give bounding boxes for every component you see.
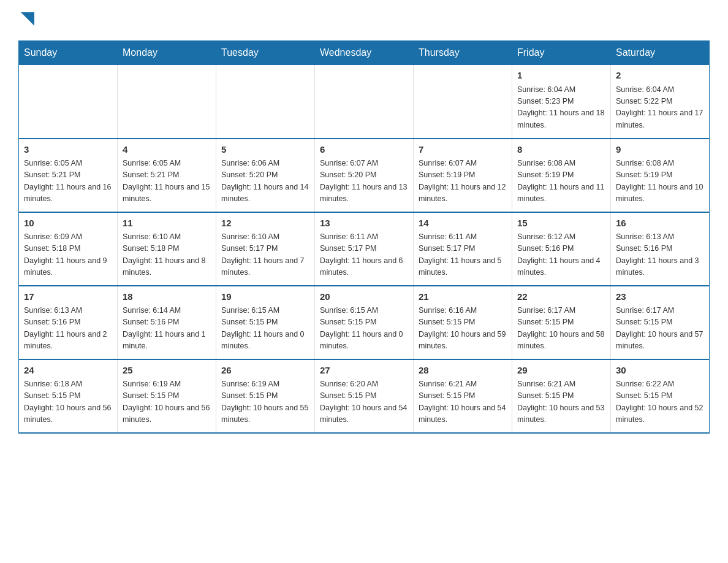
day-number: 21 bbox=[419, 290, 507, 304]
day-info: Sunrise: 6:22 AM Sunset: 5:15 PM Dayligh… bbox=[616, 378, 704, 426]
day-number: 5 bbox=[221, 143, 309, 157]
day-number: 1 bbox=[517, 69, 605, 83]
logo-triangle-icon bbox=[21, 12, 34, 26]
day-number: 4 bbox=[123, 143, 211, 157]
calendar-week-5: 24Sunrise: 6:18 AM Sunset: 5:15 PM Dayli… bbox=[19, 359, 710, 433]
day-info: Sunrise: 6:10 AM Sunset: 5:17 PM Dayligh… bbox=[221, 231, 309, 279]
day-number: 22 bbox=[517, 290, 605, 304]
day-number: 6 bbox=[320, 143, 408, 157]
calendar-cell: 12Sunrise: 6:10 AM Sunset: 5:17 PM Dayli… bbox=[216, 212, 315, 286]
day-info: Sunrise: 6:19 AM Sunset: 5:15 PM Dayligh… bbox=[221, 378, 309, 426]
day-info: Sunrise: 6:09 AM Sunset: 5:18 PM Dayligh… bbox=[24, 231, 112, 279]
day-number: 30 bbox=[616, 364, 704, 378]
calendar-cell bbox=[19, 65, 118, 139]
day-number: 15 bbox=[517, 216, 605, 231]
weekday-header-sunday: Sunday bbox=[19, 41, 118, 65]
day-number: 27 bbox=[320, 364, 408, 378]
day-info: Sunrise: 6:08 AM Sunset: 5:19 PM Dayligh… bbox=[616, 158, 704, 205]
day-info: Sunrise: 6:12 AM Sunset: 5:16 PM Dayligh… bbox=[517, 231, 605, 279]
day-info: Sunrise: 6:07 AM Sunset: 5:19 PM Dayligh… bbox=[419, 158, 507, 205]
calendar-cell: 24Sunrise: 6:18 AM Sunset: 5:15 PM Dayli… bbox=[19, 359, 118, 433]
day-info: Sunrise: 6:05 AM Sunset: 5:21 PM Dayligh… bbox=[24, 158, 112, 205]
day-number: 28 bbox=[419, 364, 507, 378]
day-info: Sunrise: 6:11 AM Sunset: 5:17 PM Dayligh… bbox=[320, 231, 408, 279]
day-number: 29 bbox=[517, 364, 605, 378]
calendar-cell: 13Sunrise: 6:11 AM Sunset: 5:17 PM Dayli… bbox=[315, 212, 414, 286]
calendar-week-1: 1Sunrise: 6:04 AM Sunset: 5:23 PM Daylig… bbox=[19, 65, 710, 139]
calendar-cell: 16Sunrise: 6:13 AM Sunset: 5:16 PM Dayli… bbox=[611, 212, 710, 286]
calendar-cell: 3Sunrise: 6:05 AM Sunset: 5:21 PM Daylig… bbox=[19, 139, 118, 212]
calendar-cell: 25Sunrise: 6:19 AM Sunset: 5:15 PM Dayli… bbox=[118, 359, 216, 433]
calendar-cell bbox=[414, 65, 512, 139]
calendar-week-3: 10Sunrise: 6:09 AM Sunset: 5:18 PM Dayli… bbox=[19, 212, 710, 286]
calendar-cell: 1Sunrise: 6:04 AM Sunset: 5:23 PM Daylig… bbox=[512, 65, 611, 139]
day-info: Sunrise: 6:15 AM Sunset: 5:15 PM Dayligh… bbox=[320, 305, 408, 353]
calendar-cell bbox=[216, 65, 315, 139]
weekday-header-saturday: Saturday bbox=[611, 41, 710, 65]
calendar-cell: 28Sunrise: 6:21 AM Sunset: 5:15 PM Dayli… bbox=[414, 359, 512, 433]
day-info: Sunrise: 6:14 AM Sunset: 5:16 PM Dayligh… bbox=[123, 305, 211, 353]
weekday-header-tuesday: Tuesday bbox=[216, 41, 315, 65]
calendar-cell: 4Sunrise: 6:05 AM Sunset: 5:21 PM Daylig… bbox=[118, 139, 216, 212]
day-number: 18 bbox=[123, 290, 211, 304]
day-info: Sunrise: 6:17 AM Sunset: 5:15 PM Dayligh… bbox=[616, 305, 704, 353]
calendar-cell: 20Sunrise: 6:15 AM Sunset: 5:15 PM Dayli… bbox=[315, 286, 414, 359]
calendar-cell: 27Sunrise: 6:20 AM Sunset: 5:15 PM Dayli… bbox=[315, 359, 414, 433]
day-info: Sunrise: 6:05 AM Sunset: 5:21 PM Dayligh… bbox=[123, 158, 211, 205]
calendar-cell: 7Sunrise: 6:07 AM Sunset: 5:19 PM Daylig… bbox=[414, 139, 512, 212]
calendar-cell bbox=[315, 65, 414, 139]
day-number: 20 bbox=[320, 290, 408, 304]
calendar-cell: 21Sunrise: 6:16 AM Sunset: 5:15 PM Dayli… bbox=[414, 286, 512, 359]
calendar-cell: 11Sunrise: 6:10 AM Sunset: 5:18 PM Dayli… bbox=[118, 212, 216, 286]
page-header bbox=[18, 12, 710, 28]
day-info: Sunrise: 6:13 AM Sunset: 5:16 PM Dayligh… bbox=[24, 305, 112, 353]
day-number: 24 bbox=[24, 364, 112, 378]
calendar-cell: 30Sunrise: 6:22 AM Sunset: 5:15 PM Dayli… bbox=[611, 359, 710, 433]
calendar-cell: 15Sunrise: 6:12 AM Sunset: 5:16 PM Dayli… bbox=[512, 212, 611, 286]
calendar-cell: 17Sunrise: 6:13 AM Sunset: 5:16 PM Dayli… bbox=[19, 286, 118, 359]
calendar-cell: 19Sunrise: 6:15 AM Sunset: 5:15 PM Dayli… bbox=[216, 286, 315, 359]
logo bbox=[18, 12, 34, 28]
day-info: Sunrise: 6:10 AM Sunset: 5:18 PM Dayligh… bbox=[123, 231, 211, 279]
day-number: 26 bbox=[221, 364, 309, 378]
day-info: Sunrise: 6:06 AM Sunset: 5:20 PM Dayligh… bbox=[221, 158, 309, 205]
day-info: Sunrise: 6:07 AM Sunset: 5:20 PM Dayligh… bbox=[320, 158, 408, 205]
day-info: Sunrise: 6:08 AM Sunset: 5:19 PM Dayligh… bbox=[517, 158, 605, 205]
calendar-table: SundayMondayTuesdayWednesdayThursdayFrid… bbox=[18, 40, 710, 434]
calendar-cell: 14Sunrise: 6:11 AM Sunset: 5:17 PM Dayli… bbox=[414, 212, 512, 286]
day-number: 12 bbox=[221, 216, 309, 231]
calendar-cell: 29Sunrise: 6:21 AM Sunset: 5:15 PM Dayli… bbox=[512, 359, 611, 433]
calendar-cell: 18Sunrise: 6:14 AM Sunset: 5:16 PM Dayli… bbox=[118, 286, 216, 359]
day-info: Sunrise: 6:21 AM Sunset: 5:15 PM Dayligh… bbox=[517, 378, 605, 426]
day-number: 16 bbox=[616, 216, 704, 231]
day-info: Sunrise: 6:04 AM Sunset: 5:22 PM Dayligh… bbox=[616, 84, 704, 132]
day-number: 3 bbox=[24, 143, 112, 157]
calendar-cell bbox=[118, 65, 216, 139]
calendar-cell: 9Sunrise: 6:08 AM Sunset: 5:19 PM Daylig… bbox=[611, 139, 710, 212]
calendar-cell: 5Sunrise: 6:06 AM Sunset: 5:20 PM Daylig… bbox=[216, 139, 315, 212]
day-number: 2 bbox=[616, 69, 704, 83]
day-number: 19 bbox=[221, 290, 309, 304]
day-number: 8 bbox=[517, 143, 605, 157]
day-number: 17 bbox=[24, 290, 112, 304]
day-number: 10 bbox=[24, 216, 112, 231]
day-number: 9 bbox=[616, 143, 704, 157]
calendar-cell: 23Sunrise: 6:17 AM Sunset: 5:15 PM Dayli… bbox=[611, 286, 710, 359]
calendar-cell: 8Sunrise: 6:08 AM Sunset: 5:19 PM Daylig… bbox=[512, 139, 611, 212]
day-info: Sunrise: 6:21 AM Sunset: 5:15 PM Dayligh… bbox=[419, 378, 507, 426]
day-number: 11 bbox=[123, 216, 211, 231]
day-info: Sunrise: 6:11 AM Sunset: 5:17 PM Dayligh… bbox=[419, 231, 507, 279]
weekday-header-thursday: Thursday bbox=[414, 41, 512, 65]
svg-marker-0 bbox=[21, 12, 34, 26]
day-info: Sunrise: 6:18 AM Sunset: 5:15 PM Dayligh… bbox=[24, 378, 112, 426]
day-info: Sunrise: 6:16 AM Sunset: 5:15 PM Dayligh… bbox=[419, 305, 507, 353]
day-info: Sunrise: 6:20 AM Sunset: 5:15 PM Dayligh… bbox=[320, 378, 408, 426]
weekday-header-monday: Monday bbox=[118, 41, 216, 65]
calendar-cell: 22Sunrise: 6:17 AM Sunset: 5:15 PM Dayli… bbox=[512, 286, 611, 359]
day-number: 14 bbox=[419, 216, 507, 231]
day-info: Sunrise: 6:13 AM Sunset: 5:16 PM Dayligh… bbox=[616, 231, 704, 279]
day-number: 13 bbox=[320, 216, 408, 231]
weekday-header-row: SundayMondayTuesdayWednesdayThursdayFrid… bbox=[19, 41, 710, 65]
calendar-cell: 6Sunrise: 6:07 AM Sunset: 5:20 PM Daylig… bbox=[315, 139, 414, 212]
day-info: Sunrise: 6:04 AM Sunset: 5:23 PM Dayligh… bbox=[517, 84, 605, 132]
